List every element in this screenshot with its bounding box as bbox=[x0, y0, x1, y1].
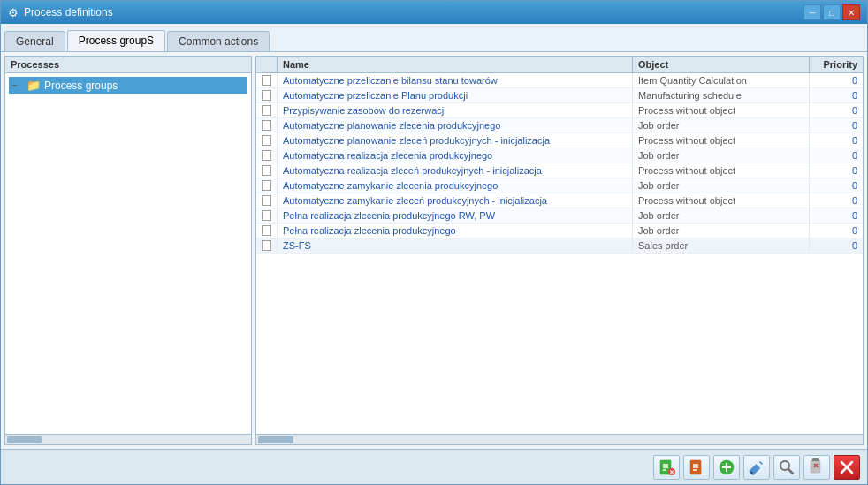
remove-icon bbox=[808, 458, 826, 476]
tab-process-groups[interactable]: Process groupS bbox=[67, 30, 165, 51]
table-row[interactable]: Automatyczne planowanie zleceń produkcyj… bbox=[256, 133, 863, 148]
row-priority: 0 bbox=[810, 224, 863, 238]
add-icon bbox=[718, 458, 735, 476]
row-priority: 0 bbox=[810, 148, 863, 163]
table-row[interactable]: Automatyczne przeliczanie bilansu stanu … bbox=[256, 73, 863, 88]
svg-text:✕: ✕ bbox=[669, 469, 674, 475]
row-checkbox[interactable] bbox=[256, 133, 278, 148]
row-name: Automatyczna realizacja zleceń produkcyj… bbox=[278, 163, 633, 178]
table-header: Name Object Priority bbox=[256, 57, 863, 73]
svg-line-17 bbox=[788, 469, 793, 474]
title-bar: ⚙ Process definitions ─ □ ✕ bbox=[1, 1, 867, 24]
table-row[interactable]: Automatyczna realizacja zleceń produkcyj… bbox=[256, 163, 863, 178]
row-checkbox[interactable] bbox=[256, 148, 278, 163]
tree-expand-icon: − bbox=[12, 80, 23, 90]
col-header-object: Object bbox=[633, 57, 810, 72]
row-checkbox[interactable] bbox=[256, 178, 278, 193]
main-content: Processes − 📁 Process groups Name Object… bbox=[1, 52, 867, 449]
close-button[interactable]: ✕ bbox=[842, 4, 860, 20]
search-button[interactable] bbox=[773, 455, 800, 480]
title-bar-left: ⚙ Process definitions bbox=[8, 6, 113, 19]
add-button[interactable] bbox=[713, 455, 740, 480]
table-row[interactable]: Pełna realizacja zlecenia produkcyjnegoJ… bbox=[256, 224, 863, 239]
row-checkbox[interactable] bbox=[256, 73, 278, 87]
row-checkbox[interactable] bbox=[256, 103, 278, 117]
table-row[interactable]: Automatyczne przeliczanie Planu produkcj… bbox=[256, 88, 863, 103]
row-object: Process without object bbox=[633, 103, 810, 117]
col-header-priority: Priority bbox=[810, 57, 863, 72]
bottom-scrollbar[interactable] bbox=[256, 434, 863, 444]
app-icon: ⚙ bbox=[8, 6, 19, 19]
tree-area: − 📁 Process groups bbox=[5, 73, 251, 434]
table-body: Automatyczne przeliczanie bilansu stanu … bbox=[256, 73, 863, 434]
table-row[interactable]: Pełna realizacja zlecenia produkcyjnego … bbox=[256, 208, 863, 224]
row-name: Automatyczne przeliczanie bilansu stanu … bbox=[278, 73, 633, 87]
left-panel: Processes − 📁 Process groups bbox=[4, 56, 252, 445]
row-name: Automatyczne przeliczanie Planu produkcj… bbox=[278, 88, 633, 102]
title-buttons: ─ □ ✕ bbox=[803, 4, 860, 20]
row-object: Process without object bbox=[633, 193, 810, 208]
minimize-button[interactable]: ─ bbox=[803, 4, 821, 20]
row-name: Pełna realizacja zlecenia produkcyjnego bbox=[278, 224, 633, 238]
close-footer-button[interactable] bbox=[834, 455, 860, 480]
table-row[interactable]: Automatyczne planowanie zlecenia produkc… bbox=[256, 118, 863, 133]
row-priority: 0 bbox=[810, 193, 863, 208]
left-scroll-thumb[interactable] bbox=[7, 436, 42, 443]
remove-button[interactable] bbox=[803, 455, 830, 480]
tree-item-process-groups[interactable]: − 📁 Process groups bbox=[9, 77, 247, 94]
row-priority: 0 bbox=[810, 73, 863, 87]
row-name: Przypisywanie zasobów do rezerwacji bbox=[278, 103, 633, 117]
row-priority: 0 bbox=[810, 88, 863, 102]
row-name: Pełna realizacja zlecenia produkcyjnego … bbox=[278, 208, 633, 223]
svg-marker-14 bbox=[759, 461, 763, 465]
row-name: Automatyczne planowanie zleceń produkcyj… bbox=[278, 133, 633, 148]
edit-icon bbox=[748, 458, 765, 476]
row-name: Automatyczne planowanie zlecenia produkc… bbox=[278, 118, 633, 133]
tree-item-label: Process groups bbox=[44, 80, 118, 92]
col-header-name: Name bbox=[278, 57, 633, 72]
row-object: Job order bbox=[633, 148, 810, 163]
row-name: Automatyczne zamykanie zleceń produkcyjn… bbox=[278, 193, 633, 208]
tabs-bar: General Process groupS Common actions bbox=[1, 24, 867, 52]
tab-common-actions[interactable]: Common actions bbox=[167, 31, 270, 51]
new-item-icon: ✕ bbox=[658, 458, 675, 476]
tab-general[interactable]: General bbox=[4, 31, 65, 51]
main-window: ⚙ Process definitions ─ □ ✕ General Proc… bbox=[0, 0, 868, 485]
row-checkbox[interactable] bbox=[256, 118, 278, 133]
table-row[interactable]: Automatyczna realizacja zlecenia produkc… bbox=[256, 148, 863, 163]
footer: ✕ bbox=[1, 449, 867, 484]
row-priority: 0 bbox=[810, 178, 863, 193]
row-object: Job order bbox=[633, 224, 810, 238]
row-name: ZS-FS bbox=[278, 239, 633, 253]
table-row[interactable]: Automatyczne zamykanie zlecenia produkcy… bbox=[256, 178, 863, 193]
row-object: Process without object bbox=[633, 163, 810, 178]
row-name: Automatyczna realizacja zlecenia produkc… bbox=[278, 148, 633, 163]
row-checkbox[interactable] bbox=[256, 239, 278, 253]
table-row[interactable]: ZS-FSSales order0 bbox=[256, 239, 863, 254]
edit-button[interactable] bbox=[743, 455, 770, 480]
bottom-scroll-thumb[interactable] bbox=[258, 436, 293, 443]
row-priority: 0 bbox=[810, 118, 863, 133]
row-checkbox[interactable] bbox=[256, 163, 278, 178]
row-priority: 0 bbox=[810, 133, 863, 148]
row-priority: 0 bbox=[810, 103, 863, 117]
row-checkbox[interactable] bbox=[256, 193, 278, 208]
search-icon bbox=[778, 458, 796, 476]
window-title: Process definitions bbox=[24, 6, 113, 19]
new-item-button[interactable]: ✕ bbox=[653, 455, 680, 480]
processes-header: Processes bbox=[5, 57, 251, 73]
row-checkbox[interactable] bbox=[256, 208, 278, 223]
row-object: Manufacturing schedule bbox=[633, 88, 810, 102]
row-object: Process without object bbox=[633, 133, 810, 148]
delete-item-icon bbox=[688, 458, 705, 476]
delete-item-button[interactable] bbox=[683, 455, 710, 480]
row-name: Automatyczne zamykanie zlecenia produkcy… bbox=[278, 178, 633, 193]
row-checkbox[interactable] bbox=[256, 224, 278, 238]
table-row[interactable]: Przypisywanie zasobów do rezerwacjiProce… bbox=[256, 103, 863, 118]
left-scrollbar[interactable] bbox=[5, 434, 251, 444]
row-checkbox[interactable] bbox=[256, 88, 278, 102]
maximize-button[interactable]: □ bbox=[823, 4, 841, 20]
table-row[interactable]: Automatyczne zamykanie zleceń produkcyjn… bbox=[256, 193, 863, 208]
close-footer-icon bbox=[838, 458, 856, 476]
folder-icon: 📁 bbox=[27, 79, 41, 92]
